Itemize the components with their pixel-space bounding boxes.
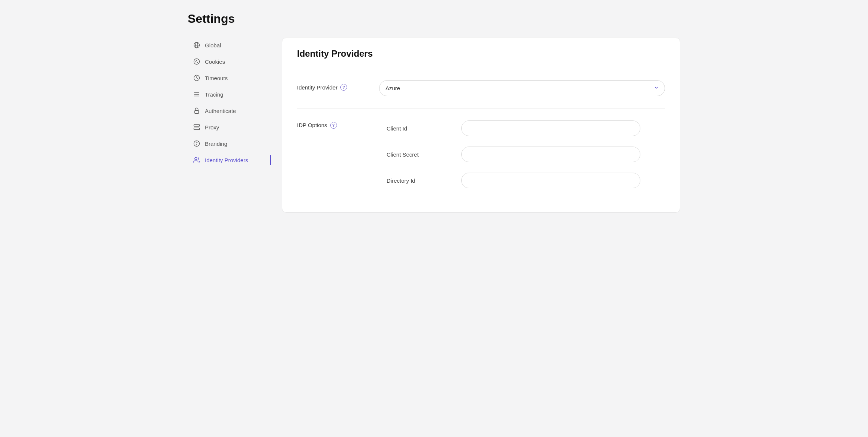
- clock-icon: [193, 74, 200, 82]
- sidebar-item-proxy[interactable]: Proxy: [188, 120, 270, 135]
- identity-provider-select[interactable]: Azure Google Okta Auth0 SAML: [379, 80, 665, 96]
- idp-options-layout: IDP Options ? Client Id: [297, 120, 665, 188]
- users-icon: [193, 156, 200, 164]
- identity-provider-input-group: Azure Google Okta Auth0 SAML: [379, 80, 665, 96]
- server-icon: [193, 123, 200, 131]
- svg-rect-13: [194, 128, 200, 130]
- svg-point-18: [195, 157, 197, 160]
- client-id-input[interactable]: [461, 120, 640, 136]
- svg-rect-12: [194, 125, 200, 126]
- svg-point-4: [196, 62, 196, 62]
- sidebar-item-timeouts[interactable]: Timeouts: [188, 70, 270, 85]
- globe-icon: [193, 41, 200, 49]
- client-secret-input[interactable]: [461, 147, 640, 162]
- sidebar-item-branding[interactable]: Branding: [188, 136, 270, 151]
- client-id-input-wrapper: [461, 120, 640, 136]
- sidebar-label-proxy: Proxy: [205, 124, 219, 131]
- sidebar: Global Cookies: [188, 38, 270, 213]
- idp-options-fields: Client Id Client Secret: [387, 120, 665, 188]
- client-id-label: Client Id: [387, 125, 461, 132]
- svg-point-5: [197, 62, 198, 63]
- sidebar-label-authenticate: Authenticate: [205, 108, 236, 114]
- svg-rect-11: [195, 110, 199, 113]
- cookies-icon: [193, 58, 200, 65]
- sidebar-item-identity-providers[interactable]: Identity Providers: [188, 153, 270, 167]
- idp-options-help-icon[interactable]: ?: [330, 122, 337, 129]
- svg-point-3: [194, 59, 200, 65]
- content-panel: Identity Providers Identity Provider ?: [282, 38, 680, 213]
- sidebar-label-tracing: Tracing: [205, 91, 223, 98]
- directory-id-input[interactable]: [461, 173, 640, 188]
- idp-options-label: IDP Options: [297, 122, 327, 128]
- idp-options-section: IDP Options ? Client Id: [297, 120, 665, 200]
- identity-provider-label-group: Identity Provider ?: [297, 80, 364, 91]
- idp-sub-fields: Client Id Client Secret: [387, 120, 665, 188]
- client-secret-input-wrapper: [461, 147, 640, 162]
- sidebar-label-branding: Branding: [205, 141, 227, 147]
- page-title: Settings: [188, 12, 680, 26]
- client-secret-label: Client Secret: [387, 151, 461, 158]
- svg-point-6: [197, 60, 197, 61]
- sidebar-label-identity-providers: Identity Providers: [205, 157, 248, 163]
- sidebar-label-global: Global: [205, 42, 221, 48]
- sidebar-item-authenticate[interactable]: Authenticate: [188, 103, 270, 118]
- svg-point-17: [196, 142, 197, 143]
- sidebar-item-global[interactable]: Global: [188, 38, 270, 53]
- identity-provider-section: Identity Provider ? Azure Google Okta Au…: [297, 80, 665, 109]
- directory-id-label: Directory Id: [387, 177, 461, 184]
- identity-provider-field-row: Identity Provider ? Azure Google Okta Au…: [297, 80, 665, 96]
- sidebar-item-cookies[interactable]: Cookies: [188, 54, 270, 69]
- content-body: Identity Provider ? Azure Google Okta Au…: [282, 68, 680, 212]
- idp-options-label-group: IDP Options ?: [297, 120, 364, 129]
- client-secret-row: Client Secret: [387, 147, 665, 162]
- identity-provider-label: Identity Provider: [297, 84, 337, 91]
- directory-id-row: Directory Id: [387, 173, 665, 188]
- identity-provider-help-icon[interactable]: ?: [340, 84, 347, 91]
- sidebar-label-timeouts: Timeouts: [205, 75, 228, 81]
- sidebar-item-tracing[interactable]: Tracing: [188, 87, 270, 102]
- client-id-row: Client Id: [387, 120, 665, 136]
- content-header: Identity Providers: [282, 38, 680, 68]
- list-icon: [193, 91, 200, 98]
- sidebar-label-cookies: Cookies: [205, 59, 225, 65]
- identity-provider-select-wrapper: Azure Google Okta Auth0 SAML: [379, 80, 665, 96]
- lock-icon: [193, 107, 200, 114]
- content-title: Identity Providers: [297, 48, 665, 59]
- directory-id-input-wrapper: [461, 173, 640, 188]
- svg-point-16: [194, 141, 200, 147]
- tag-icon: [193, 140, 200, 147]
